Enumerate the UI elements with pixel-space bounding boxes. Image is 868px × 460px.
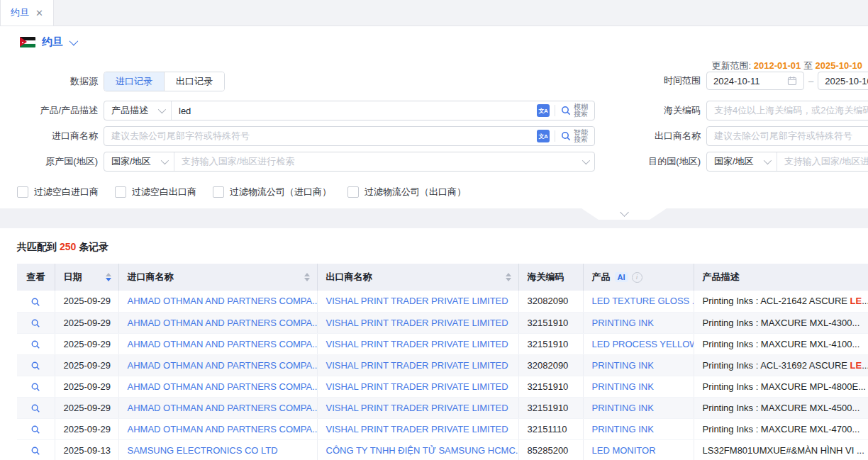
product-link[interactable]: PRINTING INK [592, 424, 654, 434]
time-range-row: 时间范围 2024-10-11 – 2025-10-10 [638, 72, 868, 90]
exporter-link[interactable]: VISHAL PRINT TRADER PRIVATE LIMITED [326, 296, 508, 306]
panel-gap [0, 208, 868, 228]
checkbox-filter-blank-exporter[interactable]: 过滤空白出口商 [115, 186, 196, 198]
keyword-highlight: LE [850, 360, 862, 371]
view-record-button[interactable] [30, 446, 40, 456]
jordan-flag-icon [20, 37, 35, 47]
exporter-link[interactable]: CÔNG TY TNHH ĐIỆN TỬ SAMSUNG HCMC... [326, 445, 519, 456]
hs-code-cell: 32151110 [518, 418, 583, 439]
importer-cell: AHMAD OTHMAN AND PARTNERS COMPA... [118, 376, 317, 397]
exporter-link[interactable]: VISHAL PRINT TRADER PRIVATE LIMITED [326, 403, 508, 413]
fuzzy-search-button[interactable]: 模糊搜索 [560, 103, 588, 118]
importer-link[interactable]: AHMAD OTHMAN AND PARTNERS COMPA... [128, 381, 318, 392]
chevron-down-icon [582, 157, 590, 164]
importer-link[interactable]: SAMSUNG ELECTRONICS CO LTD [128, 445, 278, 456]
view-record-button[interactable] [30, 403, 40, 413]
exporter-link[interactable]: VISHAL PRINT TRADER PRIVATE LIMITED [326, 424, 508, 434]
table-body: 2025-09-29AHMAD OTHMAN AND PARTNERS COMP… [17, 291, 868, 460]
product-link[interactable]: PRINTING INK [592, 381, 654, 392]
product-desc-cell: Printing Inks : MAXCURE MXL-4300... [694, 312, 868, 333]
header-importer[interactable]: 进口商名称 [118, 264, 317, 291]
view-record-button[interactable] [30, 318, 40, 328]
origin-country-input[interactable]: 支持输入国家/地区进行检索 [174, 155, 576, 168]
product-cell: PRINTING INK [583, 418, 694, 439]
header-date[interactable]: 日期 [55, 264, 118, 291]
view-record-button[interactable] [30, 382, 40, 392]
checkbox-filter-logistics-exporter[interactable]: 过滤物流公司（出口商） [347, 186, 466, 198]
divider [555, 105, 555, 116]
importer-link[interactable]: AHMAD OTHMAN AND PARTNERS COMPA... [128, 296, 318, 306]
product-link[interactable]: PRINTING INK [592, 318, 654, 328]
translate-icon[interactable]: 文A [537, 130, 550, 142]
destination-country-input[interactable]: 支持输入国家/地区进行检 [777, 155, 868, 168]
search-icon [30, 425, 40, 434]
view-record-button[interactable] [30, 297, 40, 307]
header-hs-code: 海关编码 [518, 264, 583, 291]
table-row: 2025-09-29AHMAD OTHMAN AND PARTNERS COMP… [17, 376, 868, 397]
product-link[interactable]: LED PROCESS YELLOW... [592, 339, 694, 349]
exporter-cell: VISHAL PRINT TRADER PRIVATE LIMITED [317, 312, 518, 333]
country-name: 约旦 [42, 35, 63, 49]
importer-input[interactable]: 建议去除公司尾部字符或特殊符号 [104, 130, 530, 142]
importer-row: 进口商名称 建议去除公司尾部字符或特殊符号 文A 智能搜索 [0, 126, 595, 146]
importer-cell: AHMAD OTHMAN AND PARTNERS COMPA... [118, 418, 317, 439]
exporter-link[interactable]: VISHAL PRINT TRADER PRIVATE LIMITED [326, 360, 508, 371]
hs-code-label: 海关编码 [638, 104, 701, 117]
importer-link[interactable]: AHMAD OTHMAN AND PARTNERS COMPA... [128, 403, 318, 413]
tab-import-records[interactable]: 进口记录 [104, 72, 164, 91]
filter-checkbox-row: 过滤空白进口商 过滤空白出口商 过滤物流公司（进口商） 过滤物流公司（出口商） [17, 186, 466, 198]
exporter-link[interactable]: VISHAL PRINT TRADER PRIVATE LIMITED [326, 339, 508, 349]
destination-country-select[interactable]: 国家/地区 [707, 152, 777, 171]
view-record-button[interactable] [30, 425, 40, 434]
product-search-input[interactable]: led [172, 106, 530, 116]
search-icon [30, 340, 40, 349]
update-range-end: 2025-10-10 [816, 60, 863, 71]
exporter-link[interactable]: VISHAL PRINT TRADER PRIVATE LIMITED [326, 381, 508, 392]
importer-link[interactable]: AHMAD OTHMAN AND PARTNERS COMPA... [128, 424, 318, 434]
hs-code-input[interactable]: 支持4位以上海关编码，或2位海关编码加 [707, 104, 868, 117]
country-selector[interactable]: 约旦 [20, 35, 76, 49]
collapse-panel-handle[interactable] [582, 208, 667, 220]
view-record-button[interactable] [30, 340, 40, 349]
view-record-button[interactable] [30, 361, 40, 371]
sort-exporter-icon[interactable] [506, 273, 511, 281]
importer-link[interactable]: AHMAD OTHMAN AND PARTNERS COMPA... [128, 318, 318, 328]
tab-jordan[interactable]: 约旦 ✕ [0, 0, 54, 26]
smart-search-button[interactable]: 智能搜索 [560, 129, 588, 143]
date-cell: 2025-09-29 [55, 333, 118, 354]
results-count: 250 [60, 241, 76, 252]
importer-link[interactable]: AHMAD OTHMAN AND PARTNERS COMPA... [128, 339, 318, 349]
product-row: 产品/产品描述 产品描述 led 文A 模糊搜索 [0, 101, 595, 120]
sort-date-icon[interactable] [106, 273, 111, 281]
info-icon[interactable]: i [632, 272, 642, 283]
hs-code-cell: 32151910 [518, 376, 583, 397]
chevron-down-icon [620, 208, 629, 217]
origin-country-select[interactable]: 国家/地区 [104, 152, 174, 171]
table-row: 2025-09-13SAMSUNG ELECTRONICS CO LTDCÔNG… [17, 439, 868, 460]
exporter-input[interactable]: 建议去除公司尾部字符或特殊符号 [707, 130, 868, 142]
header-exporter[interactable]: 出口商名称 [317, 264, 518, 291]
date-cell: 2025-09-29 [55, 312, 118, 333]
exporter-link[interactable]: VISHAL PRINT TRADER PRIVATE LIMITED [326, 318, 508, 328]
product-desc-cell: Printing Inks : ACL-31692 ASCURE LE... [694, 354, 868, 376]
importer-link[interactable]: AHMAD OTHMAN AND PARTNERS COMPA... [128, 360, 318, 371]
checkbox-filter-blank-importer[interactable]: 过滤空白进口商 [17, 186, 99, 198]
start-date-input[interactable]: 2024-10-11 [706, 72, 804, 90]
hs-code-row: 海关编码 支持4位以上海关编码，或2位海关编码加 [638, 101, 868, 120]
product-link[interactable]: PRINTING INK [592, 360, 654, 371]
end-date-input[interactable]: 2025-10-10 [818, 72, 868, 90]
product-desc-cell: Printing Inks : MAXCURE MXL-4100... [694, 333, 868, 354]
product-link[interactable]: LED TEXTURE GLOSS ... [592, 296, 694, 306]
checkbox-filter-logistics-importer[interactable]: 过滤物流公司（进口商） [213, 186, 331, 198]
tab-export-records[interactable]: 出口记录 [164, 72, 224, 91]
date-range-separator: – [808, 76, 813, 86]
product-link[interactable]: LED MONITOR [592, 445, 656, 456]
translate-icon[interactable]: 文A [537, 104, 550, 117]
close-icon[interactable]: ✕ [35, 9, 43, 18]
date-cell: 2025-09-29 [55, 291, 118, 312]
hs-code-cell: 85285200 [518, 439, 583, 460]
product-link[interactable]: PRINTING INK [592, 403, 654, 413]
product-type-select[interactable]: 产品描述 [104, 101, 172, 120]
sort-importer-icon[interactable] [304, 273, 310, 281]
header-product-desc: 产品描述 [694, 264, 868, 291]
